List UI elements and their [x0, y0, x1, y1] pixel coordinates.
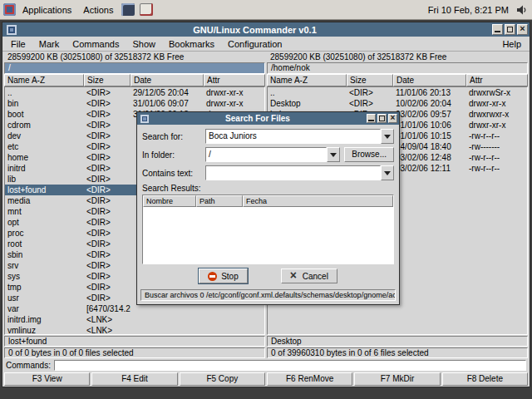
file-row-cell: <DIR>: [84, 293, 131, 303]
in-folder-input[interactable]: /: [205, 147, 327, 162]
file-row-cell: vmlinuz: [5, 325, 84, 335]
window-title: GNU/Linux Commander v0.1: [19, 25, 490, 35]
menu-item[interactable]: Show: [126, 38, 162, 50]
left-column-headers: Name A-ZSizeDateAttr: [4, 74, 265, 86]
function-key-button[interactable]: F5 Copy: [180, 372, 265, 386]
results-column-header[interactable]: Path: [196, 195, 243, 207]
chevron-down-icon[interactable]: [327, 147, 340, 162]
dialog-titlebar[interactable]: Search For Files: [137, 112, 399, 125]
function-key-button[interactable]: F6 RenMove: [267, 372, 352, 386]
file-row-cell: drwxrwSr-x: [466, 87, 527, 98]
terminal-launcher-icon[interactable]: [121, 3, 135, 16]
maximize-button[interactable]: [505, 24, 515, 35]
file-row[interactable]: ..<DIR>11/01/06 20:13drwxrwSr-x: [268, 87, 527, 98]
column-header[interactable]: Date: [131, 74, 204, 86]
right-path-bar[interactable]: /home/nok: [267, 62, 528, 74]
menu-item[interactable]: Mark: [32, 38, 66, 50]
file-row-cell: bin: [5, 98, 84, 109]
file-row-cell: 29/12/05 20:04: [131, 87, 204, 98]
file-row-cell: ..: [5, 87, 84, 98]
cancel-button-label: Cancel: [303, 272, 328, 281]
volume-icon[interactable]: [515, 3, 529, 17]
file-row-cell: <DIR>: [84, 217, 131, 228]
column-header[interactable]: Name A-Z: [267, 74, 347, 86]
file-row-cell: -rw-r--r--: [466, 152, 527, 163]
contains-text-combo: [205, 165, 394, 180]
dialog-buttons: Stop Cancel: [142, 268, 394, 283]
dialog-body: Search for: Boca Juniors In folder: / Br…: [137, 125, 399, 287]
stop-button-label: Stop: [221, 272, 239, 281]
column-header[interactable]: Date: [393, 74, 466, 86]
menu-help[interactable]: Help: [495, 38, 528, 50]
column-header[interactable]: Attr: [204, 74, 265, 86]
window-titlebar[interactable]: GNU/Linux Commander v0.1: [2, 22, 530, 37]
file-row-cell: boot: [5, 109, 84, 120]
actions-menu[interactable]: Actions: [78, 5, 118, 15]
menu-item[interactable]: File: [4, 38, 32, 50]
menu-item[interactable]: Bookmarks: [162, 38, 221, 50]
file-row-cell: drwxr-xr-x: [466, 98, 527, 109]
results-column-header[interactable]: Fecha: [243, 195, 393, 207]
file-row-cell: drwxrwxr-x: [466, 109, 527, 120]
file-row-cell: <DIR>: [84, 282, 131, 293]
search-for-input[interactable]: Boca Juniors: [205, 129, 381, 144]
search-for-label: Search for:: [142, 132, 205, 141]
chevron-down-icon[interactable]: [381, 129, 394, 144]
column-header[interactable]: Size: [84, 74, 131, 86]
file-row-cell: initrd: [5, 163, 84, 174]
clock[interactable]: Fri 10 Feb, 8:21 PM: [423, 5, 514, 15]
cancel-button[interactable]: Cancel: [281, 268, 337, 283]
function-key-button[interactable]: F3 View: [4, 372, 90, 386]
contains-text-input[interactable]: [205, 165, 381, 180]
app-window-icon: [7, 25, 17, 35]
top-panel: Applications Actions Fri 10 Feb, 8:21 PM: [0, 0, 532, 20]
search-for-combo: Boca Juniors: [205, 129, 394, 144]
right-column-headers: Name A-ZSizeDateAttr: [267, 74, 528, 86]
dialog-minimize-button[interactable]: [367, 114, 376, 123]
command-input[interactable]: [54, 360, 526, 371]
file-row-cell: 03/02/06 12:48: [393, 152, 466, 163]
in-folder-combo: /: [205, 147, 340, 162]
file-row-cell: proc: [5, 228, 84, 239]
file-row-cell: 10/02/06 20:04: [393, 98, 466, 109]
results-column-header[interactable]: Nombre: [143, 195, 196, 207]
file-row[interactable]: vmlinuz<LNK>: [5, 325, 264, 335]
function-key-button[interactable]: F7 MkDir: [354, 372, 440, 386]
function-key-button[interactable]: F8 Delete: [442, 372, 528, 386]
right-current-item: Desktop: [267, 336, 528, 347]
menu-item[interactable]: Configuration: [221, 38, 288, 50]
close-button[interactable]: [517, 24, 528, 35]
results-list[interactable]: [143, 207, 393, 264]
function-key-button[interactable]: F4 Edit: [91, 372, 177, 386]
file-row[interactable]: Desktop<DIR>10/02/06 20:04drwxr-xr-x: [268, 98, 527, 109]
applications-menu[interactable]: Applications: [17, 5, 76, 15]
file-row-cell: 31/01/06 10:06: [393, 120, 466, 131]
file-row-cell: drwxr-xr-x: [204, 87, 264, 98]
stop-button[interactable]: Stop: [199, 268, 248, 283]
file-row[interactable]: ..<DIR>29/12/05 20:04drwxr-xr-x: [5, 87, 264, 98]
file-row-cell: -rw-------: [466, 141, 527, 152]
file-row-cell: <DIR>: [84, 271, 131, 282]
cancel-icon: [290, 271, 298, 281]
file-row-cell: home: [5, 152, 84, 163]
file-row[interactable]: bin<DIR>31/01/06 09:07drwxr-xr-x: [5, 98, 264, 109]
file-row[interactable]: initrd.img<LNK>: [5, 314, 264, 325]
file-row-cell: sys: [5, 271, 84, 282]
browse-button[interactable]: Browse...: [344, 147, 394, 162]
minimize-button[interactable]: [492, 24, 503, 35]
file-row-cell: 11/01/06 20:13: [393, 87, 466, 98]
file-row-cell: tmp: [5, 282, 84, 293]
function-key-bar: F3 ViewF4 EditF5 CopyF6 RenMoveF7 MkDirF…: [2, 372, 530, 387]
file-row-cell: -rw-r--r--: [466, 131, 527, 141]
column-header[interactable]: Size: [347, 74, 393, 86]
document-launcher-icon[interactable]: [140, 3, 153, 16]
dialog-close-button[interactable]: [388, 114, 397, 123]
chevron-down-icon[interactable]: [381, 165, 394, 180]
distro-menu-icon[interactable]: [3, 3, 16, 16]
menu-item[interactable]: Commands: [66, 38, 126, 50]
column-header[interactable]: Attr: [466, 74, 528, 86]
left-path-bar[interactable]: /: [4, 62, 265, 74]
dialog-maximize-button[interactable]: [377, 114, 387, 123]
file-row-cell: dev: [5, 131, 84, 141]
column-header[interactable]: Name A-Z: [4, 74, 84, 86]
